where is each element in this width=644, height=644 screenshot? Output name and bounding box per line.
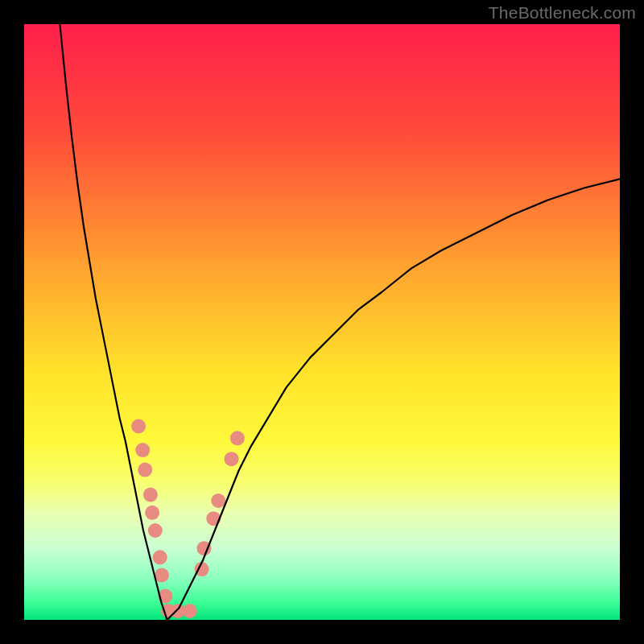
marker-left-1	[135, 443, 150, 457]
marker-right-5	[230, 431, 245, 445]
marker-left-6	[153, 550, 167, 564]
marker-left-4	[145, 506, 159, 520]
marker-right-3	[211, 493, 225, 508]
marker-left-0	[131, 419, 146, 434]
marker-left-2	[138, 463, 152, 477]
marker-left-3	[143, 488, 158, 502]
bottleneck-chart	[0, 0, 644, 644]
chart-container: TheBottleneck.com	[0, 0, 644, 644]
marker-right-4	[225, 452, 239, 466]
gradient-background	[24, 24, 620, 620]
marker-bottom-2	[183, 604, 197, 618]
marker-left-7	[155, 568, 169, 583]
watermark-text: TheBottleneck.com	[489, 3, 636, 23]
marker-left-5	[148, 523, 163, 538]
